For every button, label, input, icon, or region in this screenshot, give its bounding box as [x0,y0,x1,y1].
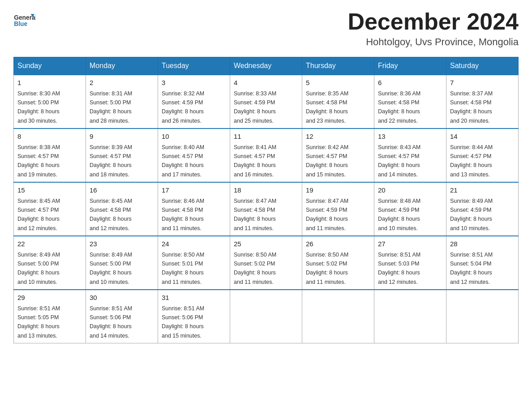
logo-area: General Blue [13,9,36,31]
day-number: 21 [450,185,515,196]
weekday-header-friday: Friday [374,57,446,75]
calendar-week-row: 8 Sunrise: 8:38 AMSunset: 4:57 PMDayligh… [14,128,519,182]
day-info: Sunrise: 8:41 AMSunset: 4:57 PMDaylight:… [234,144,276,178]
calendar-cell: 24 Sunrise: 8:50 AMSunset: 5:01 PMDaylig… [158,236,230,290]
calendar-cell: 5 Sunrise: 8:35 AMSunset: 4:58 PMDayligh… [302,75,374,128]
calendar-cell: 18 Sunrise: 8:47 AMSunset: 4:58 PMDaylig… [230,182,302,236]
calendar-cell [230,290,302,343]
day-number: 27 [378,239,442,249]
calendar-cell: 4 Sunrise: 8:33 AMSunset: 4:59 PMDayligh… [230,75,302,128]
calendar-cell: 7 Sunrise: 8:37 AMSunset: 4:58 PMDayligh… [446,75,519,128]
day-number: 11 [234,132,298,142]
calendar-cell [374,290,446,343]
day-number: 8 [17,132,82,142]
weekday-header-sunday: Sunday [14,57,86,75]
calendar-header-row: SundayMondayTuesdayWednesdayThursdayFrid… [14,57,519,75]
day-info: Sunrise: 8:45 AMSunset: 4:58 PMDaylight:… [90,198,132,231]
day-number: 16 [90,185,154,196]
day-number: 22 [17,239,82,249]
day-number: 13 [378,132,442,142]
day-number: 23 [90,239,154,249]
calendar-cell: 12 Sunrise: 8:42 AMSunset: 4:57 PMDaylig… [302,128,374,182]
day-info: Sunrise: 8:33 AMSunset: 4:59 PMDaylight:… [234,90,276,124]
calendar-cell: 15 Sunrise: 8:45 AMSunset: 4:57 PMDaylig… [14,182,86,236]
day-info: Sunrise: 8:49 AMSunset: 5:00 PMDaylight:… [17,252,60,285]
weekday-header-saturday: Saturday [446,57,519,75]
day-info: Sunrise: 8:50 AMSunset: 5:01 PMDaylight:… [162,252,204,285]
calendar-cell: 28 Sunrise: 8:51 AMSunset: 5:04 PMDaylig… [446,236,519,290]
day-info: Sunrise: 8:51 AMSunset: 5:06 PMDaylight:… [90,305,132,339]
day-number: 1 [17,78,82,88]
day-number: 18 [234,185,298,196]
calendar-cell: 26 Sunrise: 8:50 AMSunset: 5:02 PMDaylig… [302,236,374,290]
calendar-cell: 20 Sunrise: 8:48 AMSunset: 4:59 PMDaylig… [374,182,446,236]
page-header: General Blue December 2024 Hohtolgoy, Uv… [13,9,519,48]
day-info: Sunrise: 8:51 AMSunset: 5:05 PMDaylight:… [17,305,60,339]
day-number: 3 [162,78,226,88]
calendar-cell: 22 Sunrise: 8:49 AMSunset: 5:00 PMDaylig… [14,236,86,290]
calendar-week-row: 29 Sunrise: 8:51 AMSunset: 5:05 PMDaylig… [14,290,519,343]
day-info: Sunrise: 8:37 AMSunset: 4:58 PMDaylight:… [450,90,493,124]
day-info: Sunrise: 8:36 AMSunset: 4:58 PMDaylight:… [378,90,420,124]
day-number: 17 [162,185,226,196]
day-info: Sunrise: 8:44 AMSunset: 4:57 PMDaylight:… [450,144,493,178]
day-info: Sunrise: 8:47 AMSunset: 4:59 PMDaylight:… [306,198,348,231]
title-area: December 2024 Hohtolgoy, Uvs Province, M… [348,9,519,48]
location-title: Hohtolgoy, Uvs Province, Mongolia [348,36,519,48]
calendar-cell: 8 Sunrise: 8:38 AMSunset: 4:57 PMDayligh… [14,128,86,182]
day-number: 15 [17,185,82,196]
calendar-cell: 21 Sunrise: 8:49 AMSunset: 4:59 PMDaylig… [446,182,519,236]
day-number: 7 [450,78,515,88]
day-info: Sunrise: 8:49 AMSunset: 5:00 PMDaylight:… [90,252,132,285]
day-info: Sunrise: 8:45 AMSunset: 4:57 PMDaylight:… [17,198,60,231]
calendar-cell: 30 Sunrise: 8:51 AMSunset: 5:06 PMDaylig… [86,290,158,343]
day-info: Sunrise: 8:51 AMSunset: 5:03 PMDaylight:… [378,252,420,285]
day-number: 28 [450,239,515,249]
calendar-cell: 23 Sunrise: 8:49 AMSunset: 5:00 PMDaylig… [86,236,158,290]
day-number: 5 [306,78,370,88]
calendar-week-row: 1 Sunrise: 8:30 AMSunset: 5:00 PMDayligh… [14,75,519,128]
calendar-week-row: 22 Sunrise: 8:49 AMSunset: 5:00 PMDaylig… [14,236,519,290]
day-info: Sunrise: 8:51 AMSunset: 5:06 PMDaylight:… [162,305,204,339]
month-title: December 2024 [348,9,519,34]
day-number: 26 [306,239,370,249]
day-info: Sunrise: 8:40 AMSunset: 4:57 PMDaylight:… [162,144,204,178]
calendar-cell [446,290,519,343]
day-info: Sunrise: 8:31 AMSunset: 5:00 PMDaylight:… [90,90,132,124]
logo-icon: General Blue [13,9,36,31]
day-info: Sunrise: 8:50 AMSunset: 5:02 PMDaylight:… [306,252,348,285]
calendar-cell [302,290,374,343]
day-info: Sunrise: 8:43 AMSunset: 4:57 PMDaylight:… [378,144,420,178]
day-number: 4 [234,78,298,88]
day-number: 10 [162,132,226,142]
calendar-cell: 1 Sunrise: 8:30 AMSunset: 5:00 PMDayligh… [14,75,86,128]
svg-text:Blue: Blue [14,21,27,27]
day-info: Sunrise: 8:32 AMSunset: 4:59 PMDaylight:… [162,90,204,124]
day-info: Sunrise: 8:49 AMSunset: 4:59 PMDaylight:… [450,198,493,231]
calendar-cell: 13 Sunrise: 8:43 AMSunset: 4:57 PMDaylig… [374,128,446,182]
calendar-cell: 14 Sunrise: 8:44 AMSunset: 4:57 PMDaylig… [446,128,519,182]
calendar-cell: 27 Sunrise: 8:51 AMSunset: 5:03 PMDaylig… [374,236,446,290]
calendar-cell: 3 Sunrise: 8:32 AMSunset: 4:59 PMDayligh… [158,75,230,128]
day-number: 29 [17,293,82,303]
day-number: 20 [378,185,442,196]
day-number: 31 [162,293,226,303]
day-number: 12 [306,132,370,142]
calendar-cell: 6 Sunrise: 8:36 AMSunset: 4:58 PMDayligh… [374,75,446,128]
day-number: 6 [378,78,442,88]
calendar-cell: 16 Sunrise: 8:45 AMSunset: 4:58 PMDaylig… [86,182,158,236]
day-number: 2 [90,78,154,88]
day-info: Sunrise: 8:48 AMSunset: 4:59 PMDaylight:… [378,198,420,231]
day-info: Sunrise: 8:47 AMSunset: 4:58 PMDaylight:… [234,198,276,231]
calendar-cell: 11 Sunrise: 8:41 AMSunset: 4:57 PMDaylig… [230,128,302,182]
calendar-cell: 29 Sunrise: 8:51 AMSunset: 5:05 PMDaylig… [14,290,86,343]
calendar-week-row: 15 Sunrise: 8:45 AMSunset: 4:57 PMDaylig… [14,182,519,236]
day-info: Sunrise: 8:46 AMSunset: 4:58 PMDaylight:… [162,198,204,231]
day-number: 14 [450,132,515,142]
day-info: Sunrise: 8:30 AMSunset: 5:00 PMDaylight:… [17,90,60,124]
day-info: Sunrise: 8:42 AMSunset: 4:57 PMDaylight:… [306,144,348,178]
day-info: Sunrise: 8:50 AMSunset: 5:02 PMDaylight:… [234,252,276,285]
day-info: Sunrise: 8:38 AMSunset: 4:57 PMDaylight:… [17,144,60,178]
weekday-header-wednesday: Wednesday [230,57,302,75]
day-number: 30 [90,293,154,303]
